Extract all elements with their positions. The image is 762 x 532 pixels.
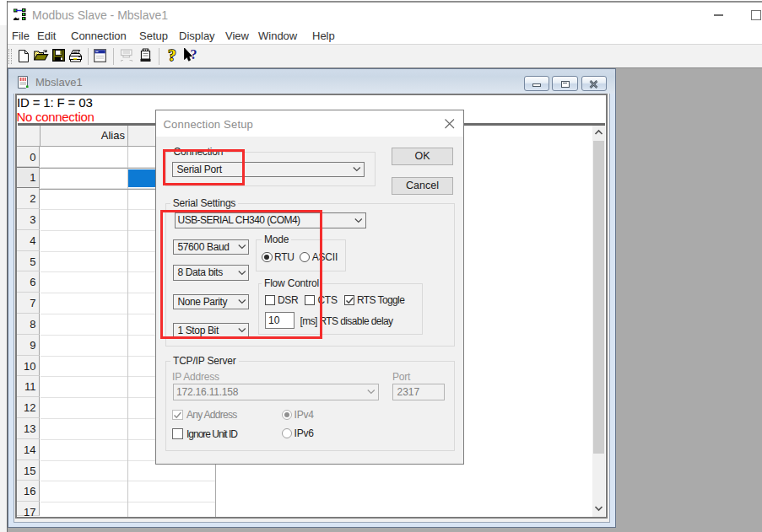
svg-text:?: ? xyxy=(168,47,176,63)
svg-text:?: ? xyxy=(191,47,197,62)
